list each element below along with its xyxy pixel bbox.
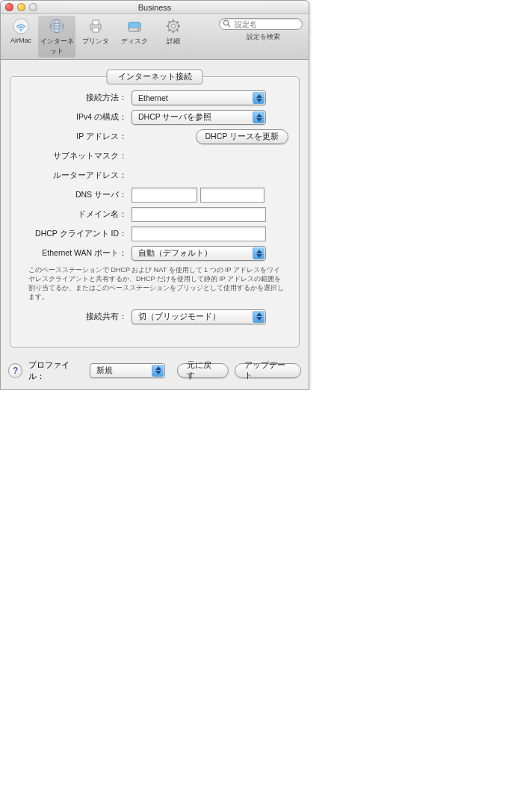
- select-value: 自動（デフォルト）: [138, 248, 212, 259]
- tab-internet-connection[interactable]: インターネット接続: [107, 70, 203, 84]
- svg-marker-26: [256, 114, 262, 117]
- input-dns2[interactable]: [200, 188, 265, 203]
- chevron-updown-icon: [253, 247, 265, 259]
- svg-marker-32: [155, 366, 161, 370]
- hint-text: このベースステーションで DHCP および NAT を使用して 1 つの IP …: [28, 265, 285, 302]
- select-profile[interactable]: 新規: [90, 363, 165, 378]
- button-revert[interactable]: 元に戻す: [177, 363, 228, 378]
- wifi-icon: [10, 16, 31, 36]
- select-value: Ethernet: [138, 93, 168, 102]
- svg-marker-28: [256, 250, 262, 253]
- svg-marker-27: [256, 118, 262, 122]
- chevron-updown-icon: [253, 111, 265, 123]
- label-connection-sharing: 接続共有：: [21, 312, 132, 322]
- toolbar-label: ディスク: [116, 37, 153, 46]
- svg-marker-29: [256, 254, 262, 258]
- label-ipv4-config: IPv4 の構成：: [21, 112, 132, 123]
- svg-point-0: [13, 19, 28, 34]
- label-dhcp-client-id: DHCP クライアント ID：: [21, 229, 132, 239]
- svg-rect-8: [93, 28, 99, 32]
- search-field[interactable]: [219, 18, 303, 30]
- toolbar-label: インターネット: [38, 37, 75, 56]
- svg-point-22: [223, 20, 228, 25]
- search-help-text: 設定を検索: [219, 32, 303, 42]
- svg-point-13: [172, 25, 176, 28]
- label-ip-address: IP アドレス：: [21, 132, 132, 142]
- toolbar-item-advanced[interactable]: 詳細: [155, 16, 192, 58]
- help-button[interactable]: ?: [8, 363, 22, 378]
- toolbar-label: 詳細: [155, 37, 192, 46]
- label-domain-name: ドメイン名：: [21, 209, 132, 220]
- svg-point-11: [137, 29, 139, 31]
- toolbar-label: AirMac: [5, 37, 37, 44]
- svg-marker-25: [256, 99, 262, 102]
- window-title: Business: [1, 1, 309, 14]
- label-profile: プロファイル：: [28, 360, 84, 382]
- search-input[interactable]: [219, 18, 303, 30]
- button-update[interactable]: アップデート: [235, 363, 301, 378]
- titlebar: Business: [1, 1, 309, 14]
- toolbar-item-internet[interactable]: インターネット: [38, 16, 75, 58]
- gear-icon: [163, 16, 184, 36]
- toolbar: AirMac インターネット: [1, 14, 309, 60]
- svg-line-21: [169, 29, 170, 31]
- svg-marker-24: [256, 94, 262, 98]
- label-dns-server: DNS サーバ：: [21, 190, 132, 200]
- help-icon: ?: [13, 365, 18, 376]
- svg-marker-31: [256, 317, 262, 321]
- chevron-updown-icon: [152, 365, 164, 377]
- label-connect-method: 接続方法：: [21, 93, 132, 103]
- app-window: Business AirMac: [0, 0, 309, 390]
- label-router-address: ルーターアドレス：: [21, 170, 132, 181]
- footer: ? プロファイル： 新規 元に戻す アップデート: [1, 354, 309, 389]
- svg-line-18: [169, 22, 170, 23]
- toolbar-item-airmac[interactable]: AirMac: [5, 16, 37, 58]
- svg-line-20: [176, 22, 178, 23]
- svg-rect-7: [93, 20, 99, 25]
- chevron-updown-icon: [253, 92, 265, 104]
- chevron-updown-icon: [253, 311, 265, 323]
- input-dns1[interactable]: [132, 188, 197, 203]
- toolbar-label: プリンタ: [77, 37, 114, 46]
- svg-marker-30: [256, 312, 262, 316]
- toolbar-item-disk[interactable]: ディスク: [116, 16, 153, 58]
- select-value: 切（ブリッジモード）: [138, 312, 220, 322]
- label-subnet-mask: サブネットマスク：: [21, 151, 132, 161]
- button-renew-dhcp-lease[interactable]: DHCP リースを更新: [196, 129, 288, 144]
- select-ipv4-config[interactable]: DHCP サーバを参照: [132, 110, 266, 125]
- select-connection-sharing[interactable]: 切（ブリッジモード）: [132, 309, 266, 324]
- toolbar-item-printer[interactable]: プリンタ: [77, 16, 114, 58]
- select-wan-port[interactable]: 自動（デフォルト）: [132, 246, 266, 261]
- select-value: 新規: [96, 365, 113, 376]
- tab-panel: インターネット接続 接続方法： Ethernet IPv4 の構成： DHCP …: [10, 76, 300, 348]
- zoom-icon[interactable]: [29, 3, 37, 11]
- select-connect-method[interactable]: Ethernet: [132, 90, 266, 105]
- minimize-icon[interactable]: [17, 3, 25, 11]
- svg-line-19: [176, 29, 178, 31]
- label-wan-port: Ethernet WAN ポート：: [21, 248, 132, 259]
- close-icon[interactable]: [5, 3, 13, 11]
- printer-icon: [85, 16, 106, 36]
- disk-icon: [124, 16, 145, 36]
- svg-line-23: [228, 25, 230, 27]
- window-controls: [5, 3, 37, 11]
- globe-icon: [46, 16, 67, 36]
- search-icon: [223, 19, 231, 29]
- content-area: インターネット接続 接続方法： Ethernet IPv4 の構成： DHCP …: [1, 60, 309, 354]
- input-domain-name[interactable]: [132, 207, 266, 222]
- svg-point-1: [20, 29, 22, 31]
- input-dhcp-client-id[interactable]: [132, 226, 266, 241]
- select-value: DHCP サーバを参照: [138, 112, 211, 123]
- svg-marker-33: [155, 371, 161, 374]
